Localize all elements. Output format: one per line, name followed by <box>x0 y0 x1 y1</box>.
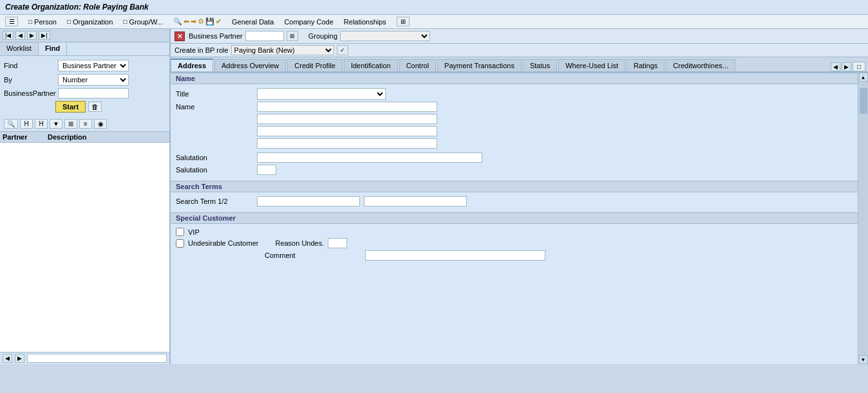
tool-list[interactable]: ≡ <box>79 119 92 129</box>
bp-role-section: Create in BP role Paying Bank (New) ✓ <box>175 45 348 55</box>
find-type-select[interactable]: Business Partner <box>58 60 129 71</box>
tab-scroll-right[interactable]: ▶ <box>842 62 851 71</box>
comment-input[interactable] <box>365 250 545 260</box>
content-area: Name Title Name <box>171 73 868 364</box>
name-input-2[interactable] <box>257 114 437 124</box>
search-term-input-2[interactable] <box>364 196 467 206</box>
bottom-nav-next[interactable]: ▶ <box>15 354 24 363</box>
bp-label: Business Partner <box>189 32 243 40</box>
tab-identification[interactable]: Identification <box>344 59 398 71</box>
nav-first[interactable]: |◀ <box>3 31 14 40</box>
name-row-1: Name <box>176 102 853 112</box>
col-partner: Partner <box>3 133 48 141</box>
business-partner-row: BusinessPartner <box>4 88 165 98</box>
tab-maximize[interactable]: □ <box>853 62 865 71</box>
tab-find[interactable]: Find <box>39 42 67 55</box>
menu-settings-icon[interactable]: ⊞ <box>397 17 410 26</box>
salutation-label-1: Salutation <box>176 154 253 161</box>
search-term-input-1[interactable] <box>257 196 360 206</box>
tab-address[interactable]: Address <box>171 59 213 71</box>
comment-row: Comment <box>176 250 853 260</box>
tool-grid[interactable]: ⊞ <box>64 119 77 129</box>
tool-h1[interactable]: H <box>20 119 33 129</box>
menu-company-code[interactable]: Company Code <box>284 18 333 26</box>
start-row: Start 🗑 <box>55 101 165 113</box>
list-header: Partner Description <box>0 132 169 143</box>
bp-role-toolbar: Create in BP role Paying Bank (New) ✓ <box>171 44 868 57</box>
by-label: By <box>4 76 55 84</box>
by-select[interactable]: Number <box>58 74 129 86</box>
salutation-input-1[interactable] <box>257 152 482 163</box>
tool-filter[interactable]: ▼ <box>50 119 62 129</box>
name-label: Name <box>176 103 253 111</box>
tab-credit-profile[interactable]: Credit Profile <box>287 59 343 71</box>
nav-prev[interactable]: ◀ <box>15 31 25 40</box>
tab-status[interactable]: Status <box>523 59 557 71</box>
menu-toolbar-icons[interactable]: 🔍 ⬅ ➡ ⚙ 💾 ✔ <box>173 17 222 26</box>
tab-scroll-left[interactable]: ◀ <box>831 62 840 71</box>
grouping-section: Grouping <box>308 31 430 41</box>
left-tabs: Worklist Find <box>0 42 169 56</box>
name-input-1[interactable] <box>257 102 437 112</box>
title-row: Title <box>176 88 853 100</box>
business-partner-input[interactable] <box>58 88 129 98</box>
grouping-label: Grouping <box>308 32 337 40</box>
tool-search[interactable]: 🔍 <box>4 119 18 129</box>
tab-ratings[interactable]: Ratings <box>627 59 665 71</box>
name-input-3[interactable] <box>257 126 437 136</box>
second-toolbar: ✕ Business Partner ⊞ Grouping <box>171 29 868 44</box>
scroll-down[interactable]: ▼ <box>859 355 868 364</box>
search-term-label: Search Term 1/2 <box>176 197 253 205</box>
undesirable-checkbox[interactable] <box>176 239 184 248</box>
bp-role-label: Create in BP role <box>175 46 229 54</box>
right-scrollbar: ▲ ▼ <box>858 73 868 364</box>
find-label: Find <box>4 62 55 69</box>
scroll-track <box>859 82 868 355</box>
tab-worklist[interactable]: Worklist <box>0 42 39 55</box>
tab-address-overview[interactable]: Address Overview <box>214 59 286 71</box>
grouping-select[interactable] <box>340 31 430 41</box>
reason-input[interactable] <box>328 238 347 248</box>
start-button[interactable]: Start <box>55 101 86 113</box>
vip-row: VIP <box>176 228 853 236</box>
nav-next[interactable]: ▶ <box>27 31 37 40</box>
tab-control[interactable]: Control <box>399 59 436 71</box>
comment-label: Comment <box>265 251 361 259</box>
bottom-nav-prev[interactable]: ◀ <box>3 354 12 363</box>
nav-last[interactable]: ▶| <box>39 31 50 40</box>
close-button[interactable]: ✕ <box>175 32 185 41</box>
role-select[interactable]: Paying Bank (New) <box>231 45 334 55</box>
clear-button[interactable]: 🗑 <box>88 102 102 112</box>
menu-icon[interactable]: ☰ <box>5 17 18 26</box>
vip-checkbox[interactable] <box>176 228 184 236</box>
menu-group[interactable]: □ Group/W... <box>123 18 163 26</box>
special-customer-header: Special Customer <box>171 212 858 224</box>
menu-organization[interactable]: □ Organization <box>67 18 113 26</box>
left-tool-row: 🔍 H H ▼ ⊞ ≡ ◉ <box>0 116 169 132</box>
salutation-row-2: Salutation <box>176 165 853 175</box>
tab-where-used-list[interactable]: Where-Used List <box>558 59 625 71</box>
menu-relationships[interactable]: Relationships <box>344 18 386 26</box>
menu-general-data[interactable]: General Data <box>232 18 274 26</box>
role-confirm-icon[interactable]: ✓ <box>337 45 348 55</box>
salutation-input-2[interactable] <box>257 165 276 175</box>
tool-chart[interactable]: ◉ <box>94 119 107 129</box>
menu-person[interactable]: □ Person <box>28 18 57 26</box>
page-title: Create Organization: Role Paying Bank <box>5 3 149 12</box>
salutation-label-2: Salutation <box>176 166 253 174</box>
tab-creditworthiness[interactable]: Creditworthines... <box>666 59 735 71</box>
search-terms-header: Search Terms <box>171 181 858 192</box>
bp-input[interactable] <box>245 31 284 41</box>
scroll-up[interactable]: ▲ <box>859 73 868 82</box>
name-section: Title Name <box>171 84 858 181</box>
tab-bar: Address Address Overview Credit Profile … <box>171 57 868 73</box>
bp-search-icon[interactable]: ⊞ <box>287 31 298 41</box>
title-select[interactable] <box>257 88 386 100</box>
tab-payment-transactions[interactable]: Payment Transactions <box>437 59 522 71</box>
tab-scroll-area: ◀ ▶ □ <box>828 62 868 71</box>
tool-h2[interactable]: H <box>35 119 48 129</box>
search-terms-section: Search Term 1/2 <box>171 192 858 212</box>
form-area: Name Title Name <box>171 73 858 364</box>
name-input-4[interactable] <box>257 138 437 149</box>
scroll-thumb[interactable] <box>860 88 867 114</box>
